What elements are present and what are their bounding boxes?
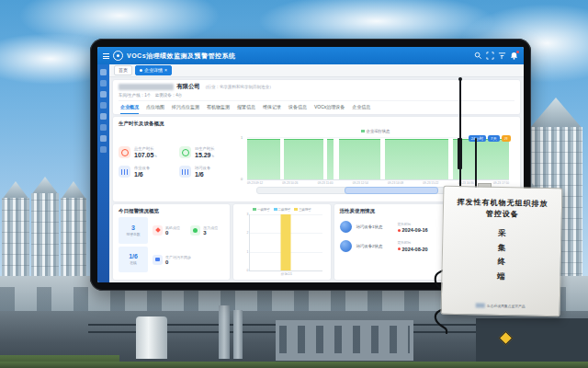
x-tick-label: 09-23 09:12 <box>247 181 263 185</box>
range-button[interactable]: 月 <box>502 135 511 142</box>
red-alarm-icon <box>153 225 163 236</box>
range-button[interactable]: 24小时 <box>469 135 486 142</box>
x-tick-label: 09-23 10:26 <box>282 181 298 185</box>
fullscreen-icon[interactable] <box>486 52 494 60</box>
device-name: 治污设备2状态 <box>356 244 393 248</box>
settings-icon[interactable] <box>100 146 107 153</box>
red-dot <box>398 247 401 250</box>
status-on-segment <box>339 139 381 179</box>
alarm-item-value: 0 <box>165 259 191 265</box>
process-tower <box>233 310 243 359</box>
tab-company-detail[interactable]: 企业详情× <box>135 65 172 75</box>
stat-label: 治污设备 <box>195 166 210 170</box>
company-industry: （行业：化学原料和化学制品制造业） <box>203 85 274 89</box>
status-on-segment <box>385 139 449 179</box>
stat-item: 作业设备1/6 <box>119 166 175 178</box>
alarm-item: 风机点位0 <box>153 225 187 236</box>
x-tick-label: 09-23 17:50 <box>493 181 509 185</box>
nav-tab-6[interactable]: 设备信息 <box>288 104 307 114</box>
alarm-item: 生产治污不同步0 <box>153 255 187 265</box>
search-icon[interactable] <box>474 52 482 60</box>
collapse-menu-icon[interactable] <box>103 53 109 59</box>
stat-unit: h <box>153 154 156 158</box>
legend-swatch <box>294 208 298 211</box>
company-meta: 车间/生产线：1个 监测设备：4台 <box>119 93 514 98</box>
x-tick-label: 09-23 11:40 <box>318 181 334 185</box>
range-button[interactable]: 7天 <box>488 135 500 142</box>
page-tabbar: 首页 企业详情× <box>109 64 524 77</box>
nav-tab-0[interactable]: 企业概况 <box>120 104 139 114</box>
menu-icon[interactable] <box>100 69 107 75</box>
alarm-item: 压力点位3 <box>190 225 224 236</box>
stat-text: 总生产时长107.05 h <box>134 146 157 158</box>
x-tick-label: 09-23 15:22 <box>423 181 438 185</box>
x-tick-label: 09-23 12:54 <box>353 181 368 185</box>
alarm-item-text: 风机点位0 <box>165 225 180 236</box>
nav-tabs: 企业概况点位地图排污点位监测有机物监测报警信息维保记录设备信息VOCs治理设备企… <box>119 100 514 114</box>
device-icon[interactable] <box>100 135 107 142</box>
alarm-summary-value: 3 <box>131 224 135 231</box>
alarm-summary-label: 报警总数 <box>126 232 140 236</box>
stat-item: 治污设备1/6 <box>179 166 236 178</box>
stat-label: 总生产时长 <box>134 146 157 151</box>
dashboard-icon[interactable] <box>100 80 107 86</box>
legend-label: 二级报警 <box>278 208 291 212</box>
map-icon[interactable] <box>100 91 107 98</box>
y-tick-min: 0 <box>241 178 243 181</box>
app-title: VOCs治理绩效监测及预警管控系统 <box>127 52 236 61</box>
tab-close-icon[interactable]: × <box>164 66 167 75</box>
alarm-items: 风机点位0压力点位3生产治污不同步0 <box>153 217 224 272</box>
alarm-yticks: 3210 <box>243 213 248 272</box>
alarm-summary-label: 在线 <box>130 260 137 265</box>
alarm-icon[interactable] <box>100 113 107 120</box>
y-tick-label: 0 <box>243 269 248 272</box>
treatment-device-icon <box>340 221 352 233</box>
replace-col: 更换时间2024-09-16 <box>398 222 449 234</box>
status-on-segment <box>284 139 323 179</box>
app-logo-icon <box>113 51 123 61</box>
chart-blue-icon <box>119 166 130 178</box>
nav-tab-2[interactable]: 排污点位监测 <box>172 104 199 114</box>
legend-swatch <box>274 208 277 211</box>
chart-brush-selection[interactable] <box>345 187 438 194</box>
stat-value: 107.05 h <box>134 152 157 158</box>
status-xlabels: 09-23 09:1209-23 10:2609-23 11:4009-23 1… <box>247 181 509 185</box>
nav-tab-1[interactable]: 点位地图 <box>146 104 164 114</box>
red-dot <box>398 229 401 232</box>
device-title: 挥发性有机物无组织排放 管控设备 <box>451 197 554 221</box>
company-suffix: 有限公司 <box>176 83 200 91</box>
antenna-coil <box>458 138 462 169</box>
bell-icon[interactable] <box>510 52 518 60</box>
nav-tab-3[interactable]: 有机物监测 <box>207 104 230 114</box>
status-chart: 企业运行状态 24小时7天月 1 0 09-23 09:1209-23 10:2… <box>236 129 514 195</box>
legend-swatch <box>361 130 365 132</box>
tab-home[interactable]: 首页 <box>114 65 132 75</box>
vertical-char: 采 <box>498 228 506 239</box>
nav-tab-7[interactable]: VOCs治理设备 <box>314 104 345 114</box>
alarm-item-text: 生产治污不同步0 <box>165 255 191 265</box>
status-plot: 1 0 <box>247 137 509 180</box>
clock-red-icon <box>119 146 130 158</box>
plant-building-windows <box>279 326 410 353</box>
clock-green-icon <box>179 146 191 158</box>
storage-tank <box>136 316 167 359</box>
alarm-summary-box: 3报警总数 <box>119 217 148 244</box>
nav-tab-5[interactable]: 维保记录 <box>263 104 281 114</box>
stat-value: 1/6 <box>195 171 210 178</box>
alarm-bar <box>281 214 291 270</box>
nav-tab-8[interactable]: 企业信息 <box>352 104 370 114</box>
x-tick-label: 09-23 14:08 <box>388 181 403 185</box>
filter-icon[interactable] <box>498 52 506 60</box>
nav-tab-4[interactable]: 报警信息 <box>237 104 255 114</box>
status-legend: 企业运行状态 <box>238 129 513 135</box>
alarm-item-value: 3 <box>203 230 218 236</box>
monitor-icon[interactable] <box>100 102 107 109</box>
alarm-item-label: 生产治污不同步 <box>165 255 191 259</box>
stat-item: 总生产时长107.05 h <box>119 146 175 158</box>
alarm-item-label: 压力点位 <box>203 225 218 230</box>
app-header: VOCs治理绩效监测及预警管控系统 <box>97 47 524 64</box>
alarm-plot: 3210 <box>249 214 322 271</box>
report-icon[interactable] <box>100 124 107 131</box>
alarm-card: 今日报警情况概览 3报警总数1/6在线 风机点位0压力点位3生产治污不同步0 <box>113 204 230 280</box>
y-tick-label: 3 <box>243 213 248 216</box>
